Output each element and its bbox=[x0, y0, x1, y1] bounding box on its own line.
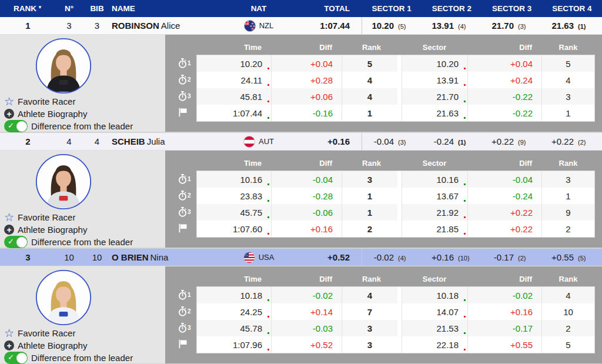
column-header-name[interactable]: NAME bbox=[112, 4, 223, 13]
stopwatch-1-icon: 1 bbox=[165, 55, 196, 71]
split-time-cell: 45.78 bbox=[197, 320, 271, 336]
split-time: 45.75 bbox=[240, 208, 262, 218]
column-header-sector-3[interactable]: SECTOR 3 bbox=[482, 4, 542, 13]
nat-code: NZL bbox=[259, 21, 274, 30]
stopwatch-1-icon: 1 bbox=[165, 171, 196, 187]
split-diff: -0.06 bbox=[271, 204, 342, 221]
column-header-nat[interactable]: NAT bbox=[223, 4, 294, 13]
sector-diff: +0.04 bbox=[467, 55, 541, 72]
sector-rank-paren: (2) bbox=[574, 139, 591, 146]
athlete-biography-button[interactable]: + Athlete Biography bbox=[0, 339, 165, 352]
sector-cells: 10.20(5) 13.91(4) 21.70(3) 21.63(1) bbox=[362, 17, 602, 34]
trend-tick-icon bbox=[267, 349, 269, 350]
detail-rows: 10.20 +0.04 5 10.20 +0.04 5 24.11 +0.28 … bbox=[196, 55, 595, 122]
split-time-cell: 1:07.60 bbox=[197, 221, 271, 237]
last-name: ROBINSON bbox=[112, 21, 159, 31]
star-icon: ☆ bbox=[4, 96, 14, 107]
detail-header-rank: Rank bbox=[342, 43, 402, 52]
athlete-photo[interactable] bbox=[35, 153, 92, 210]
column-header-rank[interactable]: RANK▼ bbox=[0, 4, 56, 13]
sector-result: +0.22(9) bbox=[482, 136, 542, 146]
athlete-biography-button[interactable]: + Athlete Biography bbox=[0, 223, 165, 236]
difference-toggle[interactable]: ✓ bbox=[4, 236, 28, 248]
detail-header-time: Time bbox=[196, 43, 271, 52]
split-diff: +0.16 bbox=[271, 221, 342, 237]
split-diff: -0.02 bbox=[271, 287, 342, 303]
column-header-total[interactable]: TOTAL bbox=[294, 4, 362, 13]
athlete-photo[interactable] bbox=[35, 38, 92, 94]
athlete-list: 1 3 3 ROBINSONAlice NZL 1:07.44 10.20(5)… bbox=[0, 17, 602, 364]
start-number: 10 bbox=[56, 252, 82, 262]
trend-tick-icon bbox=[464, 117, 466, 119]
split-row: 45.81 +0.06 4 21.70 -0.22 3 bbox=[197, 88, 594, 105]
split-rank: 3 bbox=[342, 320, 397, 336]
column-header-sector-1[interactable]: SECTOR 1 bbox=[362, 4, 422, 13]
favorite-racer-button[interactable]: ☆ Favorite Racer bbox=[0, 211, 165, 223]
sector-cells: -0.02(4) +0.16(10) -0.17(2) +0.55(5) bbox=[362, 249, 602, 266]
favorite-racer-button[interactable]: ☆ Favorite Racer bbox=[0, 327, 165, 339]
split-time: 1:07.60 bbox=[233, 224, 262, 234]
sector-rank-paren: (3) bbox=[514, 23, 531, 30]
nat-code: AUT bbox=[259, 137, 274, 146]
total-time: 1:07.44 bbox=[294, 21, 362, 31]
sector-diff: +0.16 bbox=[467, 303, 541, 320]
sector-time-cell: 10.16 bbox=[402, 171, 467, 188]
sector-diff: +0.22 bbox=[467, 204, 541, 221]
split-row: 1:07.44 -0.16 1 21.63 -0.22 1 bbox=[197, 105, 594, 121]
difference-toggle-row: ✓ Difference from the leader bbox=[0, 352, 165, 364]
start-number: 4 bbox=[56, 136, 82, 146]
difference-toggle-label: Difference from the leader bbox=[31, 121, 133, 131]
column-header-sector-2[interactable]: SECTOR 2 bbox=[422, 4, 481, 13]
column-header-sector-4[interactable]: SECTOR 4 bbox=[542, 4, 602, 13]
trend-tick-icon bbox=[267, 200, 269, 202]
split-row: 10.16 -0.04 3 10.16 -0.04 3 bbox=[197, 171, 594, 188]
sector-rank-paren: (4) bbox=[394, 255, 412, 262]
split-rank: 2 bbox=[342, 221, 397, 237]
detail-header-sector: Sector bbox=[402, 43, 467, 52]
athlete-biography-button[interactable]: + Athlete Biography bbox=[0, 108, 165, 120]
column-header-bib[interactable]: BIB bbox=[82, 4, 112, 13]
first-name: Julia bbox=[147, 136, 165, 146]
result-row[interactable]: 2 4 4 SCHEIBJulia AUT +0.16 -0.04(3) -0.… bbox=[0, 133, 602, 150]
column-header-number[interactable]: N° bbox=[56, 4, 82, 13]
sector-diff: +0.22 bbox=[467, 221, 541, 237]
split-row: 10.18 -0.02 4 10.18 -0.02 4 bbox=[197, 287, 594, 303]
trend-tick-icon bbox=[267, 183, 269, 185]
sector-diff: -0.17 bbox=[467, 320, 541, 336]
sector-rank: 4 bbox=[541, 72, 594, 88]
trend-tick-icon bbox=[267, 316, 269, 318]
lap-icon-column: 123 bbox=[165, 171, 196, 238]
split-time-cell: 45.75 bbox=[197, 204, 271, 221]
star-icon: ☆ bbox=[4, 328, 14, 339]
result-row[interactable]: 1 3 3 ROBINSONAlice NZL 1:07.44 10.20(5)… bbox=[0, 17, 602, 34]
favorite-racer-button[interactable]: ☆ Favorite Racer bbox=[0, 95, 165, 108]
sector-value: -0.02 bbox=[374, 252, 394, 262]
athlete-name: ROBINSONAlice bbox=[112, 21, 223, 31]
split-time-cell: 10.16 bbox=[197, 171, 271, 188]
sector-rank: 1 bbox=[541, 188, 594, 204]
detail-header-sector-diff: Diff bbox=[467, 159, 541, 168]
detail-header-rank: Rank bbox=[342, 159, 402, 168]
split-time: 1:07.44 bbox=[233, 108, 262, 118]
split-time-cell: 1:07.96 bbox=[197, 336, 271, 353]
rank-header-label: RANK bbox=[14, 4, 36, 13]
detail-header-sector-diff: Diff bbox=[467, 43, 541, 52]
sort-descending-icon: ▼ bbox=[38, 5, 42, 10]
split-row: 24.11 +0.28 4 13.91 +0.24 4 bbox=[197, 72, 594, 88]
toggle-knob bbox=[16, 237, 27, 248]
sector-time: 10.20 bbox=[436, 59, 459, 69]
toggle-knob bbox=[16, 353, 27, 363]
detail-body: 123 10.16 -0.04 3 10.16 -0.04 3 23.83 -0… bbox=[165, 171, 602, 238]
athlete-photo[interactable] bbox=[35, 269, 92, 326]
result-row[interactable]: 3 10 10 O BRIENNina USA +0.52 -0.02(4) +… bbox=[0, 249, 602, 266]
split-row: 24.25 +0.14 7 14.07 +0.16 10 bbox=[197, 303, 594, 320]
difference-toggle[interactable]: ✓ bbox=[4, 120, 28, 132]
sector-rank-paren: (5) bbox=[394, 23, 412, 30]
split-row: 45.75 -0.06 1 21.92 +0.22 9 bbox=[197, 204, 594, 221]
trend-tick-icon bbox=[464, 349, 466, 350]
trend-tick-icon bbox=[267, 233, 269, 235]
split-time: 10.16 bbox=[240, 175, 262, 185]
rank-value: 2 bbox=[0, 136, 56, 146]
sector-rank-paren: (10) bbox=[454, 255, 471, 262]
difference-toggle[interactable]: ✓ bbox=[4, 352, 28, 364]
